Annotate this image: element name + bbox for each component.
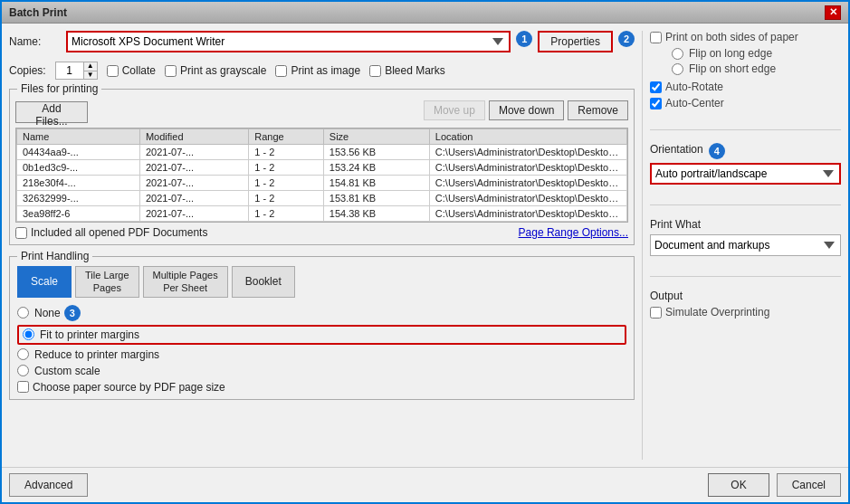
auto-rotate-checkbox[interactable] [650, 81, 662, 93]
auto-center-label[interactable]: Auto-Center [650, 97, 841, 109]
col-location: Location [429, 129, 626, 145]
add-files-button[interactable]: Add Files... [15, 101, 88, 123]
badge-1: 1 [516, 31, 532, 47]
files-table: Name Modified Range Size Location 04434a… [16, 128, 627, 222]
fit-radio-label[interactable]: Fit to printer margins [17, 325, 626, 345]
col-modified: Modified [139, 129, 248, 145]
reduce-radio-label[interactable]: Reduce to printer margins [17, 348, 626, 361]
copies-input[interactable] [56, 62, 83, 79]
left-panel: Name: Microsoft XPS Document Writer Adob… [9, 31, 635, 460]
name-row: Name: Microsoft XPS Document Writer Adob… [9, 31, 635, 52]
tab-scale[interactable]: Scale [17, 266, 72, 298]
include-row: Included all opened PDF Documents Page R… [15, 226, 628, 239]
none-radio-label[interactable]: None [17, 307, 61, 319]
tab-tile-large[interactable]: Tile LargePages [75, 266, 139, 298]
table-row[interactable]: 218e30f4-...2021-07-...1 - 2154.81 KBC:\… [17, 176, 627, 191]
paper-source-checkbox[interactable] [17, 381, 29, 393]
divider-1 [650, 129, 841, 130]
none-radio[interactable] [17, 307, 29, 319]
orientation-dropdown[interactable]: Auto portrait/landscape Portrait Landsca… [650, 163, 841, 185]
auto-center-checkbox[interactable] [650, 98, 662, 109]
cell-size: 154.81 KB [323, 176, 429, 191]
simulate-overprinting-label[interactable]: Simulate Overprinting [650, 306, 841, 319]
flip-short-edge-label[interactable]: Flip on short edge [664, 62, 841, 75]
collate-checkbox-label[interactable]: Collate [107, 64, 156, 77]
cell-modified: 2021-07-... [139, 206, 248, 222]
reduce-radio[interactable] [17, 348, 29, 360]
print-image-checkbox[interactable] [275, 65, 287, 77]
copies-label: Copies: [9, 64, 46, 77]
move-down-button[interactable]: Move down [489, 100, 564, 120]
name-dropdown[interactable]: Microsoft XPS Document Writer Adobe PDF … [66, 31, 511, 52]
print-both-sides-checkbox[interactable] [650, 32, 662, 43]
paper-source-label[interactable]: Choose paper source by PDF page size [17, 381, 626, 394]
table-row[interactable]: 32632999-...2021-07-...1 - 2153.81 KBC:\… [17, 191, 627, 206]
right-panel: Print on both sides of paper Flip on lon… [642, 31, 841, 460]
flip-short-edge-radio[interactable] [672, 63, 683, 75]
cell-name: 218e30f4-... [17, 176, 140, 191]
flip-long-edge-radio[interactable] [672, 48, 683, 60]
simulate-overprinting-checkbox[interactable] [650, 307, 662, 319]
properties-button[interactable]: Properties [538, 31, 613, 52]
close-button[interactable]: ✕ [825, 5, 841, 20]
bleed-marks-checkbox[interactable] [369, 65, 381, 77]
none-radio-text: None [34, 307, 61, 319]
radio-group: None 3 Fit to printer margins Reduce to … [17, 305, 626, 394]
auto-rotate-label[interactable]: Auto-Rotate [650, 81, 841, 93]
fit-radio[interactable] [23, 328, 34, 340]
cell-range: 1 - 2 [249, 176, 324, 191]
toolbar-row: Move up Move down Remove [424, 100, 628, 120]
files-table-wrapper[interactable]: Name Modified Range Size Location 04434a… [15, 128, 628, 223]
collate-checkbox[interactable] [107, 65, 119, 77]
badge-2: 2 [618, 31, 635, 47]
col-size: Size [323, 129, 429, 145]
move-up-button[interactable]: Move up [424, 100, 485, 120]
table-row[interactable]: 04434aa9-...2021-07-...1 - 2153.56 KBC:\… [17, 145, 627, 160]
cell-modified: 2021-07-... [139, 160, 248, 176]
include-checkbox[interactable] [15, 227, 27, 239]
print-image-label[interactable]: Print as image [275, 64, 360, 77]
cell-size: 153.81 KB [323, 191, 429, 206]
cell-location: C:\Users\Administrator\Desktop\Desktop\A… [429, 206, 626, 222]
cell-range: 1 - 2 [249, 191, 324, 206]
divider-2 [650, 204, 841, 205]
copies-spinner[interactable]: ▲ ▼ [55, 62, 98, 80]
cell-location: C:\Users\Administrator\Desktop\Desktop\A… [429, 176, 626, 191]
auto-rotate-text: Auto-Rotate [665, 81, 723, 93]
batch-print-window: Batch Print ✕ Name: Microsoft XPS Docume… [0, 0, 850, 504]
print-grayscale-checkbox[interactable] [165, 65, 177, 77]
print-image-text: Print as image [291, 64, 360, 77]
tab-booklet[interactable]: Booklet [232, 266, 295, 298]
cell-size: 153.24 KB [323, 160, 429, 176]
ok-button[interactable]: OK [708, 473, 769, 497]
bleed-marks-label[interactable]: Bleed Marks [369, 64, 445, 77]
print-both-sides-text: Print on both sides of paper [665, 31, 798, 43]
include-text: Included all opened PDF Documents [31, 226, 207, 239]
table-row[interactable]: 0b1ed3c9-...2021-07-...1 - 2153.24 KBC:\… [17, 160, 627, 176]
print-handling-title: Print Handling [17, 250, 92, 262]
print-what-group: Print What Document and markups Document… [650, 218, 841, 256]
spinner-down[interactable]: ▼ [84, 71, 97, 80]
output-title: Output [650, 290, 683, 302]
advanced-button[interactable]: Advanced [9, 473, 88, 497]
collate-label: Collate [122, 64, 156, 77]
tab-multiple-pages[interactable]: Multiple PagesPer Sheet [143, 266, 228, 298]
custom-radio-label[interactable]: Custom scale [17, 365, 626, 377]
cell-name: 04434aa9-... [17, 145, 140, 160]
simulate-overprinting-text: Simulate Overprinting [665, 306, 769, 319]
print-what-title: Print What [650, 218, 701, 231]
custom-radio[interactable] [17, 365, 29, 376]
print-what-dropdown[interactable]: Document and markups Document Markups [650, 234, 841, 256]
print-grayscale-label[interactable]: Print as grayscale [165, 64, 266, 77]
table-row[interactable]: 3ea98ff2-62021-07-...1 - 2154.38 KBC:\Us… [17, 206, 627, 222]
flip-long-edge-label[interactable]: Flip on long edge [664, 47, 841, 60]
remove-button[interactable]: Remove [568, 100, 628, 120]
page-range-link[interactable]: Page Range Options... [519, 226, 628, 239]
cell-range: 1 - 2 [249, 160, 324, 176]
reduce-radio-text: Reduce to printer margins [34, 348, 159, 361]
divider-3 [650, 276, 841, 277]
print-both-sides-label[interactable]: Print on both sides of paper [650, 31, 841, 43]
cancel-button[interactable]: Cancel [777, 473, 841, 497]
bleed-marks-text: Bleed Marks [385, 64, 445, 77]
include-label-wrapper[interactable]: Included all opened PDF Documents [15, 226, 207, 239]
